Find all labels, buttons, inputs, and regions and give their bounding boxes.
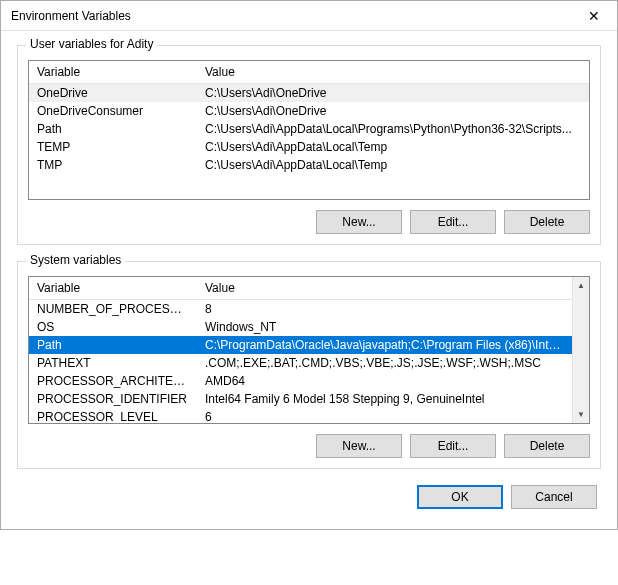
- table-row[interactable]: OneDrive C:\Users\Adi\OneDrive: [29, 84, 589, 103]
- table-row[interactable]: Path C:\ProgramData\Oracle\Java\javapath…: [29, 336, 572, 354]
- table-row[interactable]: PROCESSOR_LEVEL 6: [29, 408, 572, 424]
- cell-variable: OneDriveConsumer: [29, 102, 197, 120]
- close-icon[interactable]: ✕: [571, 1, 617, 31]
- cell-value: .COM;.EXE;.BAT;.CMD;.VBS;.VBE;.JS;.JSE;.…: [197, 354, 572, 372]
- user-new-button[interactable]: New...: [316, 210, 402, 234]
- table-row[interactable]: PROCESSOR_IDENTIFIER Intel64 Family 6 Mo…: [29, 390, 572, 408]
- system-delete-button[interactable]: Delete: [504, 434, 590, 458]
- cell-variable: PATHEXT: [29, 354, 197, 372]
- cell-variable: TEMP: [29, 138, 197, 156]
- cell-variable: Path: [29, 120, 197, 138]
- user-col-value[interactable]: Value: [197, 61, 589, 84]
- titlebar: Environment Variables ✕: [1, 1, 617, 31]
- system-variables-table-container: Variable Value NUMBER_OF_PROCESSORS 8 OS…: [28, 276, 590, 424]
- cell-value: 8: [197, 300, 572, 319]
- table-row[interactable]: OS Windows_NT: [29, 318, 572, 336]
- dialog-content: User variables for Adity Variable Value …: [1, 31, 617, 529]
- user-button-row: New... Edit... Delete: [28, 210, 590, 234]
- cell-variable: NUMBER_OF_PROCESSORS: [29, 300, 197, 319]
- user-col-variable[interactable]: Variable: [29, 61, 197, 84]
- cancel-button[interactable]: Cancel: [511, 485, 597, 509]
- cell-value: C:\Users\Adi\OneDrive: [197, 84, 589, 103]
- system-col-variable[interactable]: Variable: [29, 277, 197, 300]
- scroll-up-icon[interactable]: ▲: [573, 277, 590, 294]
- system-variables-label: System variables: [26, 253, 125, 267]
- window-title: Environment Variables: [11, 9, 131, 23]
- system-edit-button[interactable]: Edit...: [410, 434, 496, 458]
- system-variables-table[interactable]: Variable Value NUMBER_OF_PROCESSORS 8 OS…: [29, 277, 572, 424]
- cell-variable: PROCESSOR_IDENTIFIER: [29, 390, 197, 408]
- table-row[interactable]: OneDriveConsumer C:\Users\Adi\OneDrive: [29, 102, 589, 120]
- table-row[interactable]: NUMBER_OF_PROCESSORS 8: [29, 300, 572, 319]
- cell-variable: PROCESSOR_ARCHITECTURE: [29, 372, 197, 390]
- cell-value: Windows_NT: [197, 318, 572, 336]
- system-new-button[interactable]: New...: [316, 434, 402, 458]
- table-row[interactable]: PATHEXT .COM;.EXE;.BAT;.CMD;.VBS;.VBE;.J…: [29, 354, 572, 372]
- system-variables-group: System variables Variable Value NUMBER_O…: [17, 261, 601, 469]
- cell-variable: PROCESSOR_LEVEL: [29, 408, 197, 424]
- system-button-row: New... Edit... Delete: [28, 434, 590, 458]
- cell-variable: Path: [29, 336, 197, 354]
- scroll-down-icon[interactable]: ▼: [573, 406, 590, 423]
- cell-variable: OneDrive: [29, 84, 197, 103]
- system-col-value[interactable]: Value: [197, 277, 572, 300]
- cell-value: 6: [197, 408, 572, 424]
- cell-value: C:\Users\Adi\AppData\Local\Programs\Pyth…: [197, 120, 589, 138]
- cell-value: C:\ProgramData\Oracle\Java\javapath;C:\P…: [197, 336, 572, 354]
- user-variables-group: User variables for Adity Variable Value …: [17, 45, 601, 245]
- environment-variables-dialog: Environment Variables ✕ User variables f…: [0, 0, 618, 530]
- cell-value: C:\Users\Adi\AppData\Local\Temp: [197, 138, 589, 156]
- dialog-button-row: OK Cancel: [17, 485, 601, 513]
- ok-button[interactable]: OK: [417, 485, 503, 509]
- user-variables-label: User variables for Adity: [26, 37, 157, 51]
- cell-value: C:\Users\Adi\AppData\Local\Temp: [197, 156, 589, 174]
- table-row[interactable]: Path C:\Users\Adi\AppData\Local\Programs…: [29, 120, 589, 138]
- user-variables-table[interactable]: Variable Value OneDrive C:\Users\Adi\One…: [29, 61, 589, 174]
- system-scrollbar[interactable]: ▲ ▼: [572, 277, 589, 423]
- cell-value: Intel64 Family 6 Model 158 Stepping 9, G…: [197, 390, 572, 408]
- cell-value: C:\Users\Adi\OneDrive: [197, 102, 589, 120]
- table-row[interactable]: TMP C:\Users\Adi\AppData\Local\Temp: [29, 156, 589, 174]
- table-row[interactable]: PROCESSOR_ARCHITECTURE AMD64: [29, 372, 572, 390]
- cell-value: AMD64: [197, 372, 572, 390]
- cell-variable: OS: [29, 318, 197, 336]
- user-edit-button[interactable]: Edit...: [410, 210, 496, 234]
- user-variables-table-container: Variable Value OneDrive C:\Users\Adi\One…: [28, 60, 590, 200]
- user-delete-button[interactable]: Delete: [504, 210, 590, 234]
- table-row[interactable]: TEMP C:\Users\Adi\AppData\Local\Temp: [29, 138, 589, 156]
- cell-variable: TMP: [29, 156, 197, 174]
